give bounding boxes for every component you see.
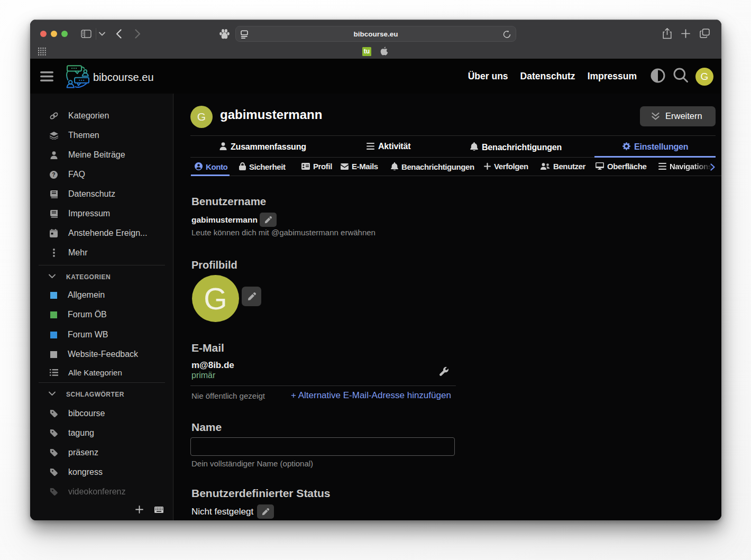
svg-text:?: ? [52,172,55,178]
